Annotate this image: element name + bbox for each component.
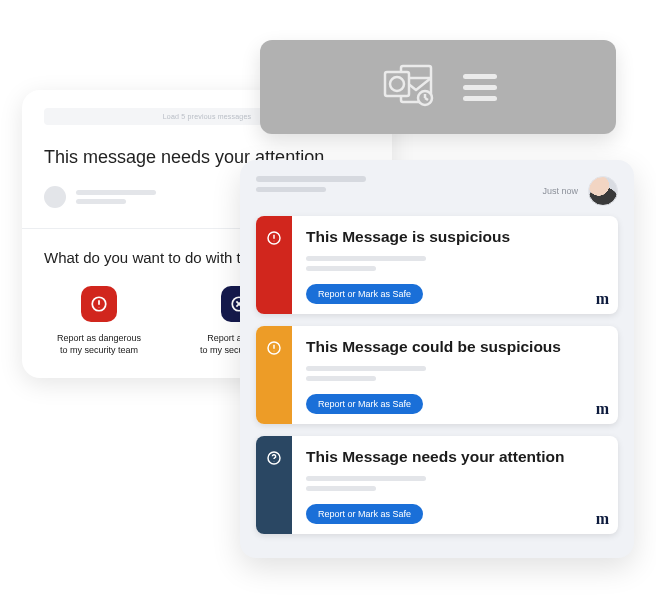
svg-point-18 xyxy=(274,351,275,352)
messages-header: Just now xyxy=(256,176,618,206)
report-or-safe-button[interactable]: Report or Mark as Safe xyxy=(306,394,423,414)
alert-card-possible: This Message could be suspicious Report … xyxy=(256,326,618,424)
exclamation-icon xyxy=(81,286,117,322)
card-title: This Message could be suspicious xyxy=(306,338,604,356)
svg-point-2 xyxy=(99,307,100,308)
timestamp: Just now xyxy=(542,186,578,196)
severity-stripe-info xyxy=(256,436,292,534)
exclamation-circle-icon xyxy=(266,340,282,356)
sender-avatar-placeholder xyxy=(44,186,66,208)
severity-stripe-medium xyxy=(256,326,292,424)
svg-point-20 xyxy=(274,461,275,462)
svg-point-15 xyxy=(274,241,275,242)
action-label: Report as dangerous to my security team xyxy=(57,332,141,356)
question-circle-icon xyxy=(266,450,282,466)
app-header-bar xyxy=(260,40,616,134)
svg-line-12 xyxy=(425,98,428,100)
severity-stripe-high xyxy=(256,216,292,314)
report-or-safe-button[interactable]: Report or Mark as Safe xyxy=(306,284,423,304)
card-body-lines xyxy=(306,256,604,271)
alert-card-attention: This Message needs your attention Report… xyxy=(256,436,618,534)
card-title: This Message is suspicious xyxy=(306,228,604,246)
card-title: This Message needs your attention xyxy=(306,448,604,466)
brand-logo: m xyxy=(596,400,608,418)
brand-logo: m xyxy=(596,290,608,308)
user-avatar[interactable] xyxy=(588,176,618,206)
outlook-icon xyxy=(379,60,437,114)
svg-rect-8 xyxy=(385,72,409,96)
header-lines xyxy=(256,176,532,192)
exclamation-circle-icon xyxy=(266,230,282,246)
report-or-safe-button[interactable]: Report or Mark as Safe xyxy=(306,504,423,524)
messages-panel: Just now This Message is suspicious Repo… xyxy=(240,160,634,558)
card-body-lines xyxy=(306,366,604,381)
hamburger-icon[interactable] xyxy=(463,74,497,101)
brand-logo: m xyxy=(596,510,608,528)
card-body-lines xyxy=(306,476,604,491)
report-dangerous-action[interactable]: Report as dangerous to my security team xyxy=(44,286,154,356)
alert-card-suspicious: This Message is suspicious Report or Mar… xyxy=(256,216,618,314)
